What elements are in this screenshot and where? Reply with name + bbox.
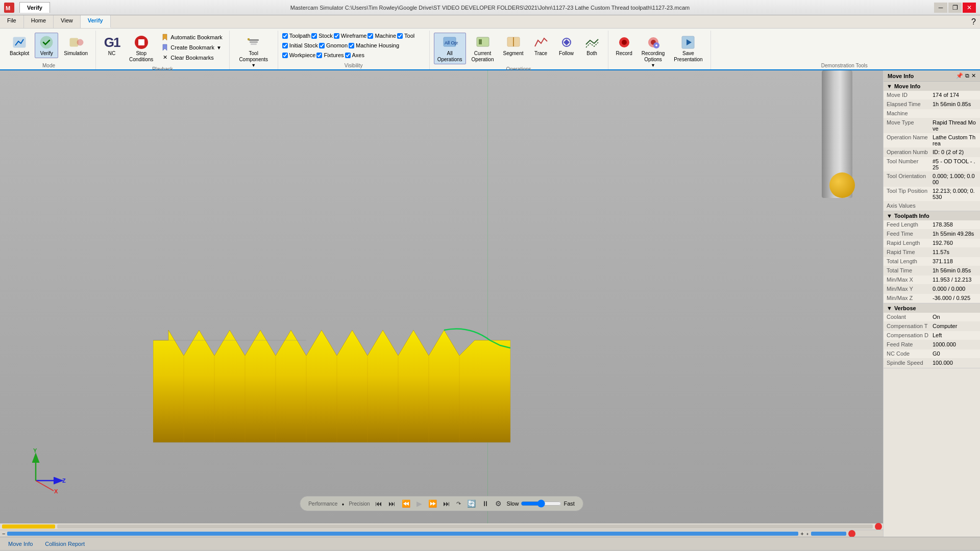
value-minmax-x: 11.953 / 12.213 bbox=[933, 277, 971, 283]
viewport[interactable]: Z Y X Performance ⬧ Precision ⏮ ⏭︎ ⏪ ▶ ⏩… bbox=[0, 70, 883, 537]
recording-options-button[interactable]: RecordingOptions ▼ bbox=[638, 33, 669, 69]
value-feed-rate: 1000.000 bbox=[933, 341, 956, 347]
workpiece-svg bbox=[153, 315, 510, 509]
progress-bar2: − + ⬧ bbox=[0, 530, 883, 537]
tool-checkbox[interactable]: Tool bbox=[397, 33, 414, 39]
all-operations-button[interactable]: All Ops AllOperations bbox=[434, 33, 466, 64]
tab-area: Verify bbox=[19, 2, 51, 13]
label-tool-orientation: Tool Orientation bbox=[887, 173, 933, 179]
play-button[interactable]: ▶ bbox=[415, 498, 423, 509]
label-feed-time: Feed Time bbox=[887, 231, 933, 237]
zoom-out-button[interactable]: − bbox=[2, 531, 5, 537]
tool-ball bbox=[829, 172, 855, 198]
row-rapid-length: Rapid Length 192.760 bbox=[884, 239, 980, 248]
pause-button[interactable]: ⏸ bbox=[481, 498, 490, 509]
fixtures-checkbox[interactable]: Fixtures bbox=[316, 52, 344, 58]
value-minmax-z: -36.000 / 0.925 bbox=[933, 295, 970, 301]
tab-verify[interactable]: Verify bbox=[19, 2, 50, 13]
machine-checkbox[interactable]: Machine bbox=[368, 33, 396, 39]
minimize-button[interactable]: ─ bbox=[934, 3, 947, 13]
stop-conditions-button[interactable]: StopConditions bbox=[126, 33, 157, 64]
section-toolpath-title: Toolpath Info bbox=[894, 213, 929, 219]
progress-bar2-marker: ⬧ bbox=[806, 531, 809, 536]
machine-housing-checkbox[interactable]: Machine Housing bbox=[349, 42, 399, 48]
section-toolpath-info: ▼ Toolpath Info Feed Length 178.358 Feed… bbox=[884, 211, 980, 304]
bookmark-group: Automatic Bookmark Create Bookmark ▼ ✕ C… bbox=[159, 33, 225, 62]
trace-icon bbox=[533, 34, 549, 51]
label-tool-number: Tool Number bbox=[887, 158, 933, 164]
close-button[interactable]: ✕ bbox=[963, 3, 976, 13]
row-axis-values: Axis Values bbox=[884, 202, 980, 211]
svg-text:M: M bbox=[6, 5, 10, 11]
panel-header: Move Info 📌 ⧉ ✕ bbox=[884, 70, 980, 82]
verify-icon bbox=[38, 34, 55, 51]
settings-playback-button[interactable]: ⚙ bbox=[494, 498, 503, 509]
clear-bookmarks-label: Clear Bookmarks bbox=[170, 55, 213, 61]
create-bookmark-button[interactable]: Automatic Bookmark bbox=[159, 33, 225, 42]
label-feed-length: Feed Length bbox=[887, 221, 933, 228]
both-button[interactable]: Both bbox=[580, 33, 604, 58]
trace-button[interactable]: Trace bbox=[529, 33, 553, 58]
auto-bookmark-label: Create Bookmark bbox=[170, 44, 214, 51]
section-toolpath-header[interactable]: ▼ Toolpath Info bbox=[884, 211, 980, 220]
label-tool-tip-pos: Tool Tip Position bbox=[887, 188, 933, 194]
save-presentation-button[interactable]: SavePresentation bbox=[670, 33, 706, 64]
ribbon-tab-home[interactable]: Home bbox=[24, 15, 54, 28]
rewind-button[interactable]: ⏪ bbox=[401, 498, 411, 509]
toolpath-checkbox[interactable]: Toolpath bbox=[282, 33, 311, 39]
auto-bookmark-button[interactable]: Create Bookmark ▼ bbox=[159, 43, 225, 52]
restore-button[interactable]: ❐ bbox=[948, 3, 962, 13]
titlebar: M Verify Mastercam Simulator C:\Users\Ti… bbox=[0, 0, 980, 15]
initial-stock-checkbox[interactable]: Initial Stock bbox=[282, 42, 318, 48]
panel-float-button[interactable]: ⧉ bbox=[965, 72, 969, 79]
loop-button[interactable]: 🔄 bbox=[466, 498, 477, 509]
speed-slider[interactable] bbox=[521, 499, 561, 508]
stock-checkbox[interactable]: Stock bbox=[311, 33, 333, 39]
svg-text:All Ops: All Ops bbox=[445, 40, 458, 45]
perf-icon: ⬧ bbox=[341, 501, 345, 507]
section-verbose-header[interactable]: ▼ Verbose bbox=[884, 304, 980, 313]
simulation-button[interactable]: Simulation bbox=[60, 33, 91, 58]
simulation-label: Simulation bbox=[64, 51, 88, 57]
step-back-button[interactable]: ⏭︎ bbox=[387, 498, 397, 509]
fast-forward-button[interactable]: ⏩ bbox=[427, 498, 438, 509]
section-move-info-header[interactable]: ▼ Move Info bbox=[884, 82, 980, 91]
window-controls: ─ ❐ ✕ bbox=[934, 3, 976, 13]
value-coolant: On bbox=[933, 314, 940, 320]
panel-close-button[interactable]: ✕ bbox=[971, 72, 976, 79]
ribbon-tab-verify[interactable]: Verify bbox=[81, 15, 111, 28]
follow-button[interactable]: Follow bbox=[555, 33, 578, 58]
step-forward-button[interactable]: ↷ bbox=[455, 499, 462, 508]
panel-pin-button[interactable]: 📌 bbox=[956, 72, 963, 79]
visibility-label: Visibility bbox=[282, 63, 425, 69]
help-button[interactable]: ? bbox=[967, 15, 980, 28]
axes-checkbox[interactable]: Axes bbox=[345, 52, 364, 58]
follow-icon bbox=[558, 34, 575, 51]
record-button[interactable]: Record bbox=[612, 33, 636, 58]
clear-bookmarks-button[interactable]: ✕ Clear Bookmarks bbox=[159, 53, 225, 62]
backplot-button[interactable]: Backplot bbox=[6, 33, 33, 58]
initial-stock-label: Initial Stock bbox=[289, 42, 318, 48]
workpiece-checkbox[interactable]: Workpiece bbox=[282, 52, 316, 58]
zoom-in-button[interactable]: + bbox=[800, 531, 803, 537]
label-nc-code: NC Code bbox=[887, 350, 933, 357]
verify-button[interactable]: Verify bbox=[35, 33, 58, 58]
value-comp-dir: Left bbox=[933, 332, 942, 338]
tool-components-button[interactable]: ToolComponents ▼ bbox=[235, 33, 272, 69]
current-operation-button[interactable]: CurrentOperation bbox=[468, 33, 498, 64]
row-feed-rate: Feed Rate 1000.000 bbox=[884, 340, 980, 349]
progress-bar2-fill bbox=[7, 532, 798, 536]
segment-button[interactable]: Segment bbox=[499, 33, 527, 58]
ribbon-tab-view[interactable]: View bbox=[54, 15, 81, 28]
wireframe-checkbox[interactable]: Wireframe bbox=[334, 33, 367, 39]
gnomon-checkbox[interactable]: Gnomon bbox=[319, 42, 348, 48]
ribbon-tab-file[interactable]: File bbox=[0, 15, 24, 28]
skip-end-button[interactable]: ⏭ bbox=[442, 498, 451, 509]
tab-collision-report[interactable]: Collision Report bbox=[41, 540, 89, 548]
performance-label: Performance bbox=[308, 501, 337, 507]
tab-move-info[interactable]: Move Info bbox=[4, 540, 37, 548]
mode-label: Mode bbox=[6, 63, 91, 69]
skip-start-button[interactable]: ⏮ bbox=[374, 498, 383, 509]
svg-point-3 bbox=[40, 36, 53, 48]
nc-button[interactable]: G1 NC bbox=[100, 33, 124, 58]
